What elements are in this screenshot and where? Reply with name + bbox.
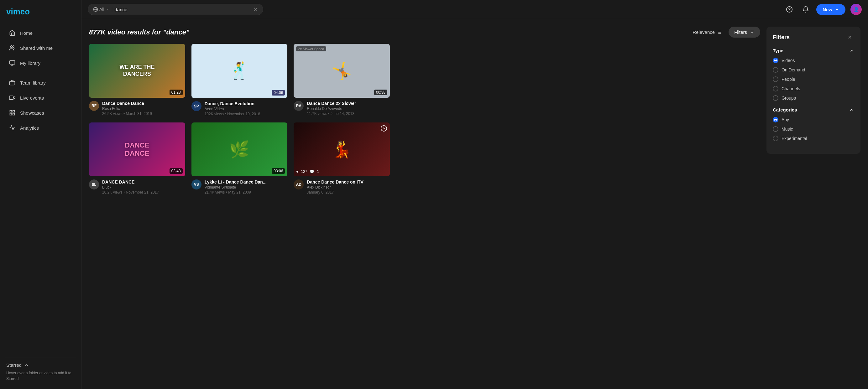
logo[interactable]: vimeo bbox=[0, 5, 81, 25]
filter-type-section: Type Videos On Demand People bbox=[773, 48, 854, 101]
type-option-channels[interactable]: Channels bbox=[773, 86, 854, 92]
video-card[interactable]: 🌿 03:06 VS Lykke Li - Dance Dance Dan...… bbox=[191, 123, 288, 195]
sidebar-item-analytics[interactable]: Analytics bbox=[2, 121, 79, 135]
video-card[interactable]: 🤸 2x Slower Speed 00:38 RA Dance Dance 2… bbox=[293, 44, 390, 116]
library-icon bbox=[9, 60, 16, 66]
video-grid: WE ARE THEDANCERS 01:28 RF Dance Dance D… bbox=[89, 44, 390, 195]
sidebar-item-my-library[interactable]: My library bbox=[2, 56, 79, 70]
search-scope[interactable]: All bbox=[93, 7, 112, 12]
team-icon bbox=[9, 79, 16, 86]
sidebar-divider-2 bbox=[5, 357, 76, 357]
search-input[interactable] bbox=[115, 7, 251, 12]
video-duration: 01:28 bbox=[169, 90, 183, 95]
sidebar-nav: Home Shared with me My library Team libr… bbox=[0, 25, 81, 355]
video-meta: SP Dance, Dance Evolution Aeon Video 102… bbox=[191, 101, 288, 116]
video-title: Lykke Li - Dance Dance Dan... bbox=[205, 180, 288, 185]
video-info: Dance Dance Dance on ITV Alex Dickinson … bbox=[307, 180, 390, 195]
author-avatar: AD bbox=[293, 180, 304, 190]
home-icon bbox=[9, 29, 16, 36]
radio-indicator bbox=[773, 126, 778, 132]
filters-close-button[interactable]: × bbox=[845, 33, 854, 42]
video-stats: 21.4K views • May 21, 2009 bbox=[205, 190, 288, 195]
sidebar-item-shared[interactable]: Shared with me bbox=[2, 41, 79, 55]
new-button-label: New bbox=[823, 7, 832, 12]
sidebar-item-live-events[interactable]: Live events bbox=[2, 91, 79, 105]
video-info: Dance Dance 2x Slower Ronaldo De Azevedo… bbox=[307, 101, 390, 116]
sort-icon bbox=[717, 30, 722, 35]
like-icon: ♥ bbox=[296, 169, 298, 174]
category-option-music[interactable]: Music bbox=[773, 126, 854, 132]
filter-categories-section: Categories Any Music Experimental bbox=[773, 107, 854, 141]
author-avatar: VS bbox=[191, 180, 202, 190]
likes-count: 127 bbox=[301, 169, 307, 174]
filter-icon bbox=[749, 30, 754, 35]
bell-icon bbox=[802, 6, 809, 13]
video-thumbnail: 🤸 2x Slower Speed 00:38 bbox=[293, 44, 390, 98]
video-author: Aeon Video bbox=[205, 107, 288, 111]
search-scope-label: All bbox=[99, 7, 104, 12]
filters-button-label: Filters bbox=[734, 29, 747, 35]
relevance-label: Relevance bbox=[692, 29, 715, 35]
radio-indicator bbox=[773, 86, 778, 92]
help-button[interactable] bbox=[784, 4, 795, 15]
type-option-groups[interactable]: Groups bbox=[773, 95, 854, 101]
video-title: Dance Dance 2x Slower bbox=[307, 101, 390, 106]
results-query: "dance" bbox=[163, 28, 189, 36]
sidebar-item-label: Team library bbox=[20, 80, 46, 86]
video-thumbnail: 🕺 04:06 bbox=[191, 44, 288, 98]
topbar: All ✕ New 👤 bbox=[82, 0, 868, 19]
category-option-experimental[interactable]: Experimental bbox=[773, 136, 854, 141]
type-section-header[interactable]: Type bbox=[773, 48, 854, 53]
svg-text:vimeo: vimeo bbox=[6, 7, 30, 16]
relevance-button[interactable]: Relevance bbox=[688, 27, 726, 37]
type-option-people[interactable]: People bbox=[773, 76, 854, 82]
search-clear-button[interactable]: ✕ bbox=[253, 7, 258, 12]
categories-section-header[interactable]: Categories bbox=[773, 107, 854, 112]
globe-icon bbox=[93, 7, 98, 12]
topbar-right: New 👤 bbox=[784, 4, 862, 15]
category-option-any[interactable]: Any bbox=[773, 117, 854, 123]
main: All ✕ New 👤 877K video results bbox=[82, 0, 868, 389]
radio-indicator bbox=[773, 95, 778, 101]
filters-panel-header: Filters × bbox=[773, 33, 854, 42]
chevron-down-icon bbox=[105, 7, 110, 11]
type-section-title: Type bbox=[773, 48, 783, 53]
video-meta: RF Dance Dance Dance Rosa Felix 26.5K vi… bbox=[89, 101, 185, 116]
sidebar-item-team-library[interactable]: Team library bbox=[2, 75, 79, 90]
video-stats: 10.2K views • November 21, 2017 bbox=[102, 190, 185, 195]
svg-rect-9 bbox=[13, 114, 15, 115]
search-bar[interactable]: All ✕ bbox=[88, 4, 263, 15]
notifications-button[interactable] bbox=[800, 4, 811, 15]
new-button[interactable]: New bbox=[816, 4, 845, 15]
svg-point-1 bbox=[10, 46, 12, 48]
chevron-up-icon bbox=[849, 107, 854, 112]
video-card[interactable]: WE ARE THEDANCERS 01:28 RF Dance Dance D… bbox=[89, 44, 185, 116]
avatar[interactable]: 👤 bbox=[850, 4, 862, 15]
video-duration: 04:06 bbox=[272, 90, 285, 96]
content: 877K video results for "dance" Relevance… bbox=[82, 19, 868, 389]
sidebar-item-home[interactable]: Home bbox=[2, 26, 79, 40]
svg-rect-8 bbox=[10, 114, 12, 115]
video-actions: ♥ 127 💬 1 bbox=[296, 169, 319, 174]
svg-rect-5 bbox=[9, 96, 13, 100]
video-card[interactable]: DANCE DANCE 03:48 BL DANCE DANCE Bluck 1… bbox=[89, 123, 185, 195]
video-card[interactable]: 🕺 04:06 SP Dance, Dance Evolution Aeon V… bbox=[191, 44, 288, 116]
svg-rect-2 bbox=[10, 61, 15, 65]
starred-header[interactable]: Starred bbox=[6, 362, 75, 368]
filters-button[interactable]: Filters bbox=[728, 27, 760, 38]
type-option-on-demand[interactable]: On Demand bbox=[773, 67, 854, 73]
radio-label: People bbox=[781, 77, 795, 82]
radio-label: Channels bbox=[781, 86, 800, 91]
comments-count: 1 bbox=[317, 169, 319, 174]
video-stats: 26.5K views • March 31, 2019 bbox=[102, 111, 185, 116]
video-thumbnail: 🌿 03:06 bbox=[191, 123, 288, 176]
starred-hint: Hover over a folder or video to add it t… bbox=[6, 370, 75, 382]
categories-section-title: Categories bbox=[773, 107, 797, 112]
type-option-videos[interactable]: Videos bbox=[773, 58, 854, 63]
results-header: 877K video results for "dance" Relevance… bbox=[89, 27, 760, 38]
video-card[interactable]: 💃 ♥ 127 💬 1 AD Dance Dance Dance on ITV bbox=[293, 123, 390, 195]
filters-panel-title: Filters bbox=[773, 34, 790, 41]
video-badge: 2x Slower Speed bbox=[296, 46, 326, 52]
sidebar-item-showcases[interactable]: Showcases bbox=[2, 105, 79, 120]
radio-label: Any bbox=[781, 117, 789, 122]
